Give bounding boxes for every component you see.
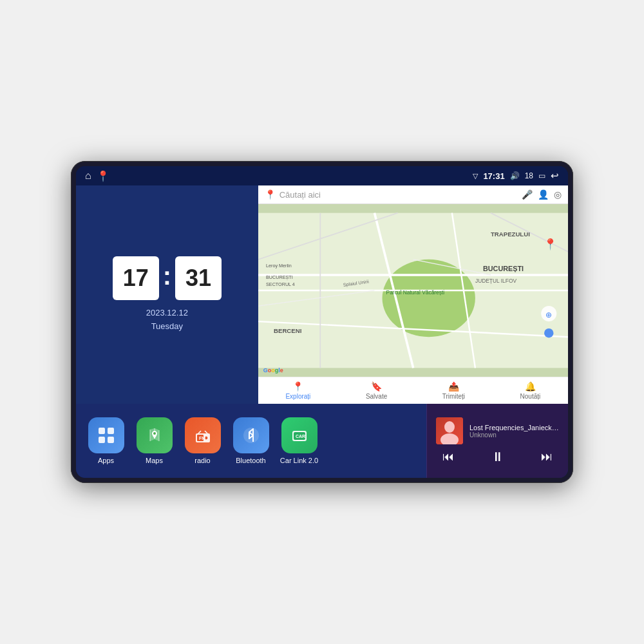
clock-hour: 17 — [113, 256, 159, 300]
device-screen: ⌂ 📍 ▽ 17:31 🔊 18 ▭ ↩ 17 : — [76, 166, 568, 478]
svg-point-42 — [444, 421, 455, 433]
map-nav-explore[interactable]: 📍 Explorați — [285, 381, 310, 400]
time-display: 17:31 — [483, 171, 504, 181]
svg-text:Parcul Natural Văcărești: Parcul Natural Văcărești — [386, 289, 444, 296]
svg-text:CAR: CAR — [296, 434, 305, 439]
svg-text:Leroy Merlin: Leroy Merlin — [266, 263, 292, 269]
home-icon[interactable]: ⌂ — [85, 170, 91, 182]
map-nav-share[interactable]: 📤 Trimiteți — [442, 381, 465, 400]
clock-display: 17 : 31 — [113, 256, 222, 300]
maps-pin-icon[interactable]: 📍 — [97, 170, 109, 182]
google-logo: Google — [263, 367, 283, 374]
music-next-button[interactable]: ⏭ — [541, 450, 553, 464]
apps-icon — [88, 417, 124, 453]
clock-panel: 17 : 31 2023.12.12 Tuesday — [76, 185, 258, 404]
map-body[interactable]: TRAPEZULUI BUCUREȘTI JUDEȚUL ILFOV BERCE… — [258, 204, 568, 377]
svg-text:JUDEȚUL ILFOV: JUDEȚUL ILFOV — [475, 278, 517, 284]
music-top: Lost Frequencies_Janieck Devy-... Unknow… — [436, 417, 559, 444]
svg-point-22 — [544, 328, 553, 337]
account-icon[interactable]: 👤 — [538, 189, 549, 200]
car-display-device: ⌂ 📍 ▽ 17:31 🔊 18 ▭ ↩ 17 : — [71, 161, 573, 483]
main-content: 17 : 31 2023.12.12 Tuesday 📍 Căutați aic… — [76, 185, 568, 478]
svg-rect-27 — [99, 437, 105, 443]
back-icon[interactable]: ↩ — [551, 170, 559, 182]
svg-text:BUCUREȘTI: BUCUREȘTI — [266, 274, 293, 280]
app-item-apps[interactable]: Apps — [85, 417, 127, 464]
app-item-maps[interactable]: Maps — [133, 417, 175, 464]
music-thumbnail — [436, 417, 463, 444]
svg-text:FM: FM — [199, 436, 205, 440]
music-title: Lost Frequencies_Janieck Devy-... — [469, 424, 559, 431]
map-search-input[interactable]: Căutați aici — [279, 190, 518, 200]
maps-icon — [137, 417, 173, 453]
news-icon: 🔔 — [525, 381, 536, 392]
mic-icon[interactable]: 🎤 — [522, 189, 533, 200]
clock-colon: : — [163, 261, 171, 290]
music-controls: ⏮ ⏸ ⏭ — [436, 450, 559, 464]
app-item-bluetooth[interactable]: Bluetooth — [230, 417, 272, 464]
status-right-info: ▽ 17:31 🔊 18 ▭ ↩ — [473, 170, 559, 182]
svg-line-34 — [198, 431, 201, 433]
clock-minute: 31 — [175, 256, 222, 300]
map-search-bar[interactable]: 📍 Căutați aici 🎤 👤 ◎ — [258, 185, 568, 204]
top-row: 17 : 31 2023.12.12 Tuesday 📍 Căutați aic… — [76, 185, 568, 404]
svg-rect-28 — [108, 437, 114, 443]
volume-icon: 🔊 — [510, 171, 520, 180]
battery-icon: ▭ — [538, 171, 545, 180]
svg-text:BUCUREȘTI: BUCUREȘTI — [483, 265, 524, 272]
bluetooth-icon — [233, 417, 269, 453]
carlink-label: Car Link 2.0 — [280, 457, 318, 464]
saved-icon: 🔖 — [371, 381, 382, 392]
apps-label: Apps — [98, 457, 114, 464]
map-nav-saved[interactable]: 🔖 Salvate — [366, 381, 387, 400]
music-info: Lost Frequencies_Janieck Devy-... Unknow… — [469, 424, 559, 439]
svg-rect-40 — [296, 440, 303, 441]
signal-icon: ▽ — [473, 172, 478, 180]
music-artist: Unknown — [469, 431, 559, 439]
svg-text:📍: 📍 — [543, 238, 557, 251]
apps-section: Apps Ma — [76, 404, 426, 478]
clock-date: 2023.12.12 Tuesday — [146, 307, 188, 334]
svg-text:⊕: ⊕ — [545, 310, 552, 319]
map-nav-news[interactable]: 🔔 Noutăți — [520, 381, 541, 400]
radio-label: radio — [194, 457, 210, 464]
battery-level: 18 — [525, 171, 533, 180]
status-bar: ⌂ 📍 ▽ 17:31 🔊 18 ▭ ↩ — [76, 166, 568, 185]
status-left-icons: ⌂ 📍 — [85, 170, 109, 182]
map-bottom-bar: 📍 Explorați 🔖 Salvate 📤 Trimiteți � — [258, 377, 568, 404]
svg-line-35 — [205, 431, 207, 433]
music-play-button[interactable]: ⏸ — [491, 450, 504, 464]
share-icon: 📤 — [448, 381, 459, 392]
svg-rect-25 — [99, 428, 105, 434]
explore-icon: 📍 — [292, 381, 303, 392]
app-item-carlink[interactable]: CAR Car Link 2.0 — [278, 417, 320, 464]
svg-text:SECTORUL 4: SECTORUL 4 — [266, 281, 295, 287]
maps-label: Maps — [146, 457, 163, 464]
app-item-radio[interactable]: FM radio — [182, 417, 223, 464]
svg-text:TRAPEZULUI: TRAPEZULUI — [491, 231, 530, 238]
svg-text:BERCENI: BERCENI — [274, 327, 302, 334]
svg-point-29 — [153, 432, 156, 435]
svg-rect-26 — [108, 428, 114, 434]
music-section: Lost Frequencies_Janieck Devy-... Unknow… — [426, 404, 568, 478]
bluetooth-label: Bluetooth — [236, 457, 265, 464]
bottom-row: Apps Ma — [76, 404, 568, 478]
map-logo-icon: 📍 — [265, 189, 276, 200]
layers-icon[interactable]: ◎ — [554, 189, 562, 200]
map-search-actions: 🎤 👤 ◎ — [522, 189, 562, 200]
music-prev-button[interactable]: ⏮ — [442, 450, 454, 464]
carlink-icon: CAR — [281, 417, 317, 453]
map-panel[interactable]: 📍 Căutați aici 🎤 👤 ◎ — [258, 185, 568, 404]
radio-icon: FM — [185, 417, 221, 453]
